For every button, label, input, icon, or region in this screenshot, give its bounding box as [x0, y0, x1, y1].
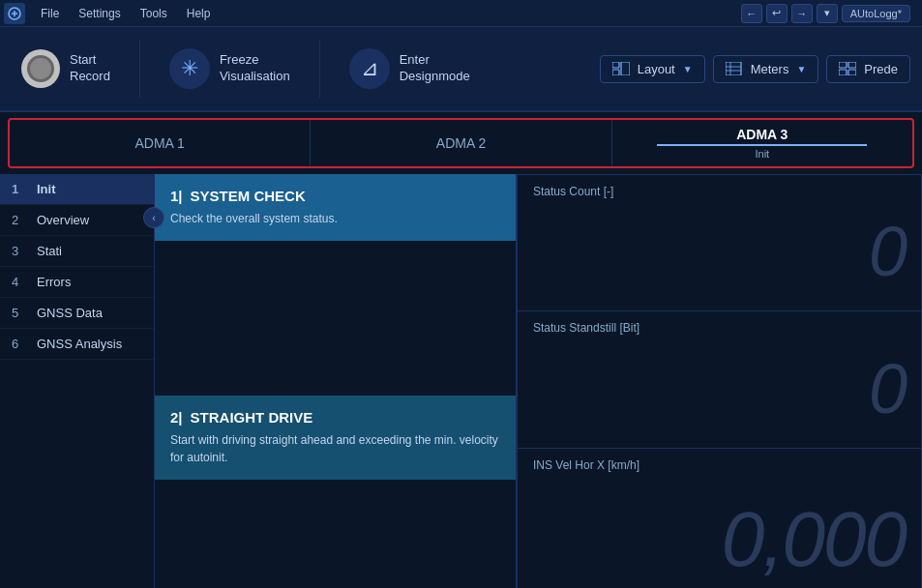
prede-dropdown[interactable]: Prede: [826, 55, 910, 83]
metric-status-count-label: Status Count [-]: [533, 185, 906, 198]
svg-rect-1: [612, 62, 619, 68]
svg-rect-4: [726, 62, 741, 75]
sidebar-item-errors[interactable]: 4 Errors: [0, 267, 154, 298]
tab-adma3[interactable]: ADMA 3 Init: [612, 120, 912, 166]
start-record-button[interactable]: StartRecord: [12, 42, 120, 96]
step-spacer: [155, 241, 516, 396]
sidebar-num-4: 4: [12, 275, 27, 289]
tabs-area: ADMA 1 ADMA 2 ADMA 3 Init: [8, 118, 914, 168]
metric-status-count-value: 0: [533, 202, 906, 301]
metric-standstill-label: Status Standstill [Bit]: [533, 321, 906, 335]
meters-label: Meters: [751, 62, 789, 76]
metric-status-count: Status Count [-] 0: [517, 174, 922, 311]
separator-2: [319, 40, 320, 98]
svg-rect-8: [839, 62, 847, 68]
layout-icon: [612, 62, 630, 75]
metric-standstill-value: 0: [533, 338, 906, 438]
sidebar-num-2: 2: [12, 213, 27, 227]
sidebar-label-gnss-data: GNSS Data: [37, 306, 103, 320]
freeze-visualisation-button[interactable]: ✳ FreezeVisualisation: [160, 41, 300, 97]
sidebar-item-stati[interactable]: 3 Stati: [0, 236, 154, 267]
step-2-card: 2| STRAIGHT DRIVE Start with driving str…: [155, 396, 516, 480]
menu-settings[interactable]: Settings: [69, 0, 130, 27]
sidebar-label-init: Init: [37, 182, 56, 196]
right-panel: Status Count [-] 0 Status Standstill [Bi…: [516, 174, 922, 588]
toolbar: StartRecord ✳ FreezeVisualisation ⊿ Ente…: [0, 27, 922, 112]
designmode-icon: ⊿: [349, 48, 390, 89]
sidebar-label-stati: Stati: [37, 244, 62, 258]
menu-bar: File Settings Tools Help ← ↩ → ▾ AUtoLog…: [0, 0, 922, 27]
svg-rect-2: [612, 70, 619, 75]
sidebar-label-gnss-analysis: GNSS Analysis: [37, 337, 122, 351]
record-icon: [21, 49, 60, 88]
svg-rect-10: [839, 70, 847, 75]
sidebar-num-5: 5: [12, 306, 27, 320]
prede-icon: [839, 62, 856, 75]
sidebar-item-gnss-analysis[interactable]: 6 GNSS Analysis: [0, 329, 154, 360]
record-circle: [27, 55, 54, 82]
freeze-icon: ✳: [169, 48, 210, 89]
redo-more-button[interactable]: ▾: [817, 4, 838, 23]
sidebar-item-gnss-data[interactable]: 5 GNSS Data: [0, 298, 154, 329]
step-1-title-text: SYSTEM CHECK: [191, 188, 306, 204]
main-content: ‹ 1 Init 2 Overview 3 Stati 4 Errors 5 G…: [0, 174, 922, 588]
left-sidebar: 1 Init 2 Overview 3 Stati 4 Errors 5 GNS…: [0, 174, 155, 588]
enter-designmode-button[interactable]: ⊿ EnterDesignmode: [340, 41, 480, 97]
metric-ins-vel-value: 0,000: [533, 476, 906, 588]
freeze-label: FreezeVisualisation: [220, 52, 290, 85]
sidebar-num-6: 6: [12, 337, 27, 351]
undo-button[interactable]: ←: [741, 4, 762, 23]
designmode-label: EnterDesignmode: [400, 52, 470, 85]
meters-dropdown[interactable]: Meters ▼: [713, 55, 819, 83]
menu-file[interactable]: File: [31, 0, 69, 27]
metric-status-standstill: Status Standstill [Bit] 0: [517, 311, 922, 449]
meters-arrow: ▼: [796, 64, 806, 74]
metric-ins-vel-label: INS Vel Hor X [km/h]: [533, 458, 906, 472]
record-label: StartRecord: [70, 52, 110, 85]
menu-help[interactable]: Help: [177, 0, 221, 27]
layout-arrow: ▼: [683, 64, 693, 74]
tab-sublabel: Init: [755, 148, 769, 160]
redo-button[interactable]: →: [791, 4, 813, 23]
sidebar-num-1: 1: [12, 182, 27, 196]
metric-ins-vel: INS Vel Hor X [km/h] 0,000: [517, 449, 922, 588]
step-2-desc: Start with driving straight ahead and ex…: [170, 431, 500, 466]
meters-icon: [726, 62, 743, 75]
menu-tools[interactable]: Tools: [131, 0, 177, 27]
step-2-title-text: STRAIGHT DRIVE: [191, 409, 313, 426]
svg-rect-3: [621, 62, 630, 75]
autologg-tag: AUtoLogg*: [842, 5, 910, 22]
step-1-num: 1|: [170, 188, 183, 204]
sidebar-label-overview: Overview: [37, 213, 89, 227]
collapse-sidebar-button[interactable]: ‹: [143, 207, 164, 228]
sidebar-label-errors: Errors: [37, 275, 71, 289]
svg-rect-9: [848, 62, 856, 68]
svg-rect-11: [848, 70, 856, 75]
toolbar-right: Layout ▼ Meters ▼ Prede: [600, 55, 910, 83]
step-2-num: 2|: [170, 409, 183, 426]
sidebar-item-init[interactable]: 1 Init: [0, 174, 154, 205]
tab-underline: [657, 144, 867, 146]
center-panel: 1| SYSTEM CHECK Check the overall system…: [155, 174, 516, 588]
separator-1: [139, 40, 140, 98]
layout-label: Layout: [638, 62, 675, 76]
step-2-title: 2| STRAIGHT DRIVE: [170, 409, 500, 426]
step-1-card: 1| SYSTEM CHECK Check the overall system…: [155, 174, 516, 241]
undo-redo-group: ← ↩ → ▾ AUtoLogg*: [733, 4, 918, 23]
tab-adma2[interactable]: ADMA 2: [311, 120, 611, 166]
undo-back-button[interactable]: ↩: [766, 4, 788, 23]
sidebar-num-3: 3: [12, 244, 27, 258]
sidebar-item-overview[interactable]: 2 Overview: [0, 205, 154, 236]
app-logo: [4, 3, 25, 24]
layout-dropdown[interactable]: Layout ▼: [600, 55, 705, 83]
prede-label: Prede: [864, 62, 898, 76]
step-1-desc: Check the overall system status.: [170, 210, 500, 227]
tab-adma1[interactable]: ADMA 1: [10, 120, 311, 166]
step-1-title: 1| SYSTEM CHECK: [170, 188, 500, 204]
